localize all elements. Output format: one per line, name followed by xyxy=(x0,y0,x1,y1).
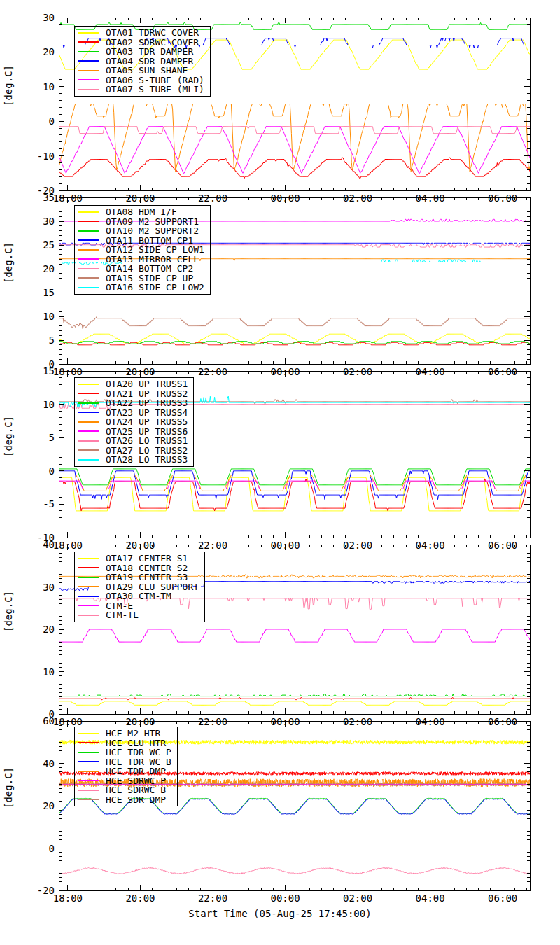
y-tick-label: 5 xyxy=(20,433,55,442)
x-tick-label: 20:00 xyxy=(120,893,160,903)
legend-label: OTA13 MIRROR CELL xyxy=(106,255,199,264)
x-tick-label: 02:00 xyxy=(338,193,377,203)
legend-color-swatch xyxy=(78,752,99,753)
y-tick-label: 20 xyxy=(20,801,55,811)
legend-color-swatch xyxy=(78,733,99,734)
legend-label: CTM-TE xyxy=(106,610,139,620)
legend-label: HCE TDR WC P xyxy=(106,748,172,757)
legend-item: OTA03 TDR DAMPER xyxy=(78,47,204,57)
legend-item: OTA16 SIDE CP LOW2 xyxy=(78,283,204,293)
legend-color-swatch xyxy=(78,239,99,241)
legend-item: OTA23 UP TRUSS4 xyxy=(78,408,188,418)
legend-color-swatch xyxy=(78,742,99,743)
legend-color-swatch xyxy=(78,51,99,52)
legend-label: OTA01 TDRWC COVER xyxy=(106,28,199,37)
y-tick-label: 10 xyxy=(20,312,55,321)
x-tick-label: 02:00 xyxy=(338,367,377,377)
legend-label: OTA19 CENTER S3 xyxy=(106,573,188,582)
x-tick-label: 06:00 xyxy=(483,367,522,377)
legend-label: OTA30 CTM-TM xyxy=(106,592,172,601)
x-tick-label: 18:00 xyxy=(48,893,88,903)
legend-item: OTA27 LO TRUSS2 xyxy=(78,446,188,456)
y-tick-label: 0 xyxy=(20,844,55,853)
legend-label: OTA03 TDR DAMPER xyxy=(106,47,193,56)
legend-item: HCE SDRWC P xyxy=(78,776,172,786)
legend-item: OTA22 UP TRUSS3 xyxy=(78,398,188,408)
y-tick-label: 15 xyxy=(20,366,55,376)
telemetry-figure: [deg.C] [deg.C] [deg.C] [deg.C] [deg.C] … xyxy=(0,0,560,945)
legend-label: OTA08 HDM I/F xyxy=(106,207,177,216)
legend-panel-1: OTA01 TDRWC COVEROTA02 SDRWC COVEROTA03 … xyxy=(74,26,211,97)
legend-color-swatch xyxy=(78,258,99,260)
y-tick-label: 20 xyxy=(20,624,55,634)
x-tick-label: 06:00 xyxy=(483,193,522,203)
x-tick-label: 02:00 xyxy=(338,540,377,550)
legend-item: OTA15 SIDE CP UP xyxy=(78,274,204,284)
y-axis-title-panel-3: [deg.C] xyxy=(3,446,14,457)
legend-label: OTA09 M2 SUPPORT1 xyxy=(106,217,199,226)
legend-item: OTA20 UP TRUSS1 xyxy=(78,379,188,389)
legend-item: OTA05 SUN SHANE xyxy=(78,66,204,76)
legend-label: HCE SDRWC B xyxy=(106,785,166,794)
legend-item: OTA28 LO TRUSS3 xyxy=(78,455,188,465)
legend-color-swatch xyxy=(78,799,99,800)
x-tick-label: 00:00 xyxy=(266,717,305,727)
legend-item: OTA19 CENTER S3 xyxy=(78,573,199,582)
x-tick-label: 04:00 xyxy=(411,893,450,903)
legend-item: HCE TDR DMP xyxy=(78,766,172,776)
legend-panel-5: HCE M2 HTRHCE CLU HTRHCE TDR WC PHCE TDR… xyxy=(74,727,178,806)
x-tick-label: 20:00 xyxy=(120,540,160,550)
y-axis-title-panel-4: [deg.C] xyxy=(3,621,14,632)
y-tick-label: 40 xyxy=(20,759,55,769)
y-tick-label: 30 xyxy=(20,216,55,226)
legend-label: OTA06 S-TUBE (RAD) xyxy=(106,76,204,85)
legend-item: OTA08 HDM I/F xyxy=(78,207,204,217)
legend-color-swatch xyxy=(78,761,99,762)
legend-item: OTA30 CTM-TM xyxy=(78,592,199,601)
legend-label: OTA12 SIDE CP LOW1 xyxy=(106,245,204,254)
legend-color-swatch xyxy=(78,384,99,385)
x-tick-label: 20:00 xyxy=(120,193,160,203)
legend-color-swatch xyxy=(78,790,99,791)
x-tick-label: 00:00 xyxy=(266,893,305,903)
legend-item: OTA14 BOTTOM CP2 xyxy=(78,264,204,274)
y-tick-label: 0 xyxy=(20,466,55,476)
legend-label: HCE M2 HTR xyxy=(106,729,160,738)
legend-label: OTA04 SDR DAMPER xyxy=(106,57,193,66)
legend-item: OTA25 UP TRUSS6 xyxy=(78,427,188,437)
x-tick-label: 20:00 xyxy=(120,717,160,727)
legend-label: OTA14 BOTTOM CP2 xyxy=(106,264,193,273)
legend-item: OTA18 CENTER S2 xyxy=(78,564,199,573)
legend-label: HCE TDR WC B xyxy=(106,757,172,766)
x-tick-label: 22:00 xyxy=(193,193,232,203)
x-axis-title: Start Time (05-Aug-25 17:45:00) xyxy=(0,908,560,919)
legend-label: OTA20 UP TRUSS1 xyxy=(106,379,188,388)
x-tick-label: 00:00 xyxy=(266,367,305,377)
legend-item: HCE SDRWC B xyxy=(78,785,172,795)
legend-color-swatch xyxy=(78,577,99,578)
legend-label: HCE CLU HTR xyxy=(106,738,166,748)
legend-item: OTA07 S-TUBE (MLI) xyxy=(78,85,204,94)
legend-color-swatch xyxy=(78,459,99,461)
x-tick-label: 22:00 xyxy=(193,367,232,377)
legend-item: HCE TDR WC P xyxy=(78,748,172,757)
legend-color-swatch xyxy=(78,596,99,597)
legend-label: OTA21 UP TRUSS2 xyxy=(106,389,188,398)
legend-panel-3: OTA20 UP TRUSS1OTA21 UP TRUSS2OTA22 UP T… xyxy=(74,377,194,467)
legend-item: OTA01 TDRWC COVER xyxy=(78,28,204,38)
legend-label: OTA23 UP TRUSS4 xyxy=(106,408,188,417)
x-tick-label: 06:00 xyxy=(483,540,522,550)
y-tick-label: 10 xyxy=(20,400,55,410)
x-tick-label: 00:00 xyxy=(266,540,305,550)
legend-color-swatch xyxy=(78,449,99,451)
y-tick-label: 30 xyxy=(20,13,55,22)
y-tick-label: 30 xyxy=(20,582,55,592)
legend-item: OTA29 CLU SUPPORT xyxy=(78,582,199,592)
legend-color-swatch xyxy=(78,615,99,616)
legend-label: HCE SDRWC P xyxy=(106,776,166,785)
legend-color-swatch xyxy=(78,421,99,423)
x-tick-label: 04:00 xyxy=(411,540,450,550)
legend-label: OTA26 LO TRUSS1 xyxy=(106,436,188,445)
legend-label: OTA07 S-TUBE (MLI) xyxy=(106,85,204,94)
legend-label: OTA10 M2 SUPPORT2 xyxy=(106,226,199,235)
